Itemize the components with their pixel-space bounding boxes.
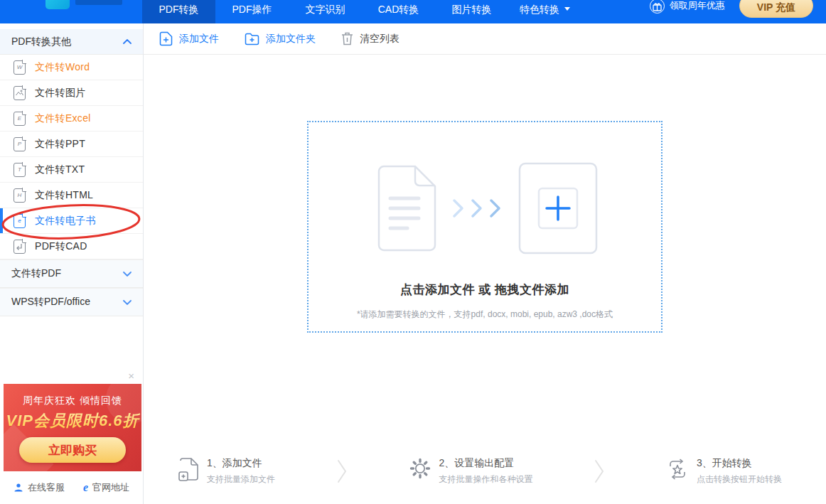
close-icon[interactable]: × <box>128 370 134 382</box>
tab-cad-convert[interactable]: CAD转换 <box>362 0 435 23</box>
sidebar-item-ppt[interactable]: P 文件转PPT <box>0 132 143 157</box>
step-add-file: 1、添加文件 支持批量添加文件 <box>178 457 275 486</box>
sidebar-item-word[interactable]: W 文件转Word <box>0 55 143 80</box>
doc-ebook-icon: e <box>14 214 26 228</box>
file-plus-icon <box>178 457 199 481</box>
toolbar: 添加文件 添加文件夹 清空列表 <box>144 23 826 55</box>
vip-promo-banner[interactable]: 周年庆狂欢 倾情回馈 VIP会员限时6.6折 立即购买 <box>4 384 141 471</box>
sidebar-item-html[interactable]: H 文件转HTML <box>0 183 143 208</box>
tab-pdf-operate[interactable]: PDF操作 <box>215 0 289 23</box>
app-window: PDF转换 PDF操作 文字识别 CAD转换 图片转换 特色转换 领取周年优惠 … <box>0 0 826 504</box>
dropzone-hint: *请添加需要转换的文件，支持pdf, docx, mobi, epub, azw… <box>357 309 613 321</box>
promo-line2: VIP会员限时6.6折 <box>4 410 141 431</box>
add-file-card-icon <box>518 162 598 254</box>
chevron-right-icon <box>336 459 348 484</box>
sidebar-item-txt[interactable]: T 文件转TXT <box>0 157 143 183</box>
trash-icon <box>341 32 353 45</box>
main-content: 添加文件 添加文件夹 清空列表 <box>144 23 826 504</box>
chevron-down-icon <box>123 272 132 277</box>
clear-list-button[interactable]: 清空列表 <box>341 32 399 45</box>
navbar-right: 领取周年优惠 VIP 充值 <box>650 0 813 18</box>
tab-special-convert[interactable]: 特色转换 <box>508 0 581 23</box>
section-label: PDF转换其他 <box>11 36 71 48</box>
step-convert: 3、开始转换 点击转换按钮开始转换 <box>666 457 782 486</box>
doc-e-icon: E <box>14 112 26 126</box>
doc-p-icon: P <box>14 137 26 151</box>
doc-t-icon: T <box>14 163 26 177</box>
claim-offer-label: 领取周年优惠 <box>670 0 725 12</box>
image-icon <box>14 86 26 100</box>
sidebar-section-pdf-other[interactable]: PDF转换其他 <box>0 29 143 55</box>
doc-h-icon: H <box>14 188 26 203</box>
section-label: WPS转PDF/office <box>11 296 90 309</box>
chevron-right-icon <box>594 459 605 484</box>
app-logo-icon <box>45 0 70 9</box>
add-folder-icon <box>245 33 259 45</box>
chevrons-right-icon <box>451 198 507 218</box>
website-link[interactable]: e 官网地址 <box>83 481 129 494</box>
dropzone-illustration <box>372 162 598 254</box>
chevron-up-icon <box>123 39 132 44</box>
vip-recharge-button[interactable]: VIP 充值 <box>739 0 813 18</box>
tab-ocr[interactable]: 文字识别 <box>289 0 362 23</box>
sidebar-section-to-pdf[interactable]: 文件转PDF <box>0 259 143 288</box>
steps-bar: 1、添加文件 支持批量添加文件 <box>178 457 782 486</box>
add-file-icon <box>159 31 173 46</box>
sidebar-item-ebook[interactable]: e 文件转电子书 <box>0 208 143 234</box>
browser-e-icon: e <box>83 483 88 493</box>
file-dropzone[interactable]: 点击添加文件 或 拖拽文件添加 *请添加需要转换的文件，支持pdf, docx,… <box>307 121 663 333</box>
sidebar-item-cad[interactable]: PDF转CAD <box>0 234 143 259</box>
add-folder-button[interactable]: 添加文件夹 <box>245 33 316 45</box>
chevron-down-icon <box>123 300 132 305</box>
sidebar-item-image[interactable]: 文件转图片 <box>0 80 143 106</box>
tab-pdf-convert[interactable]: PDF转换 <box>142 0 215 23</box>
sidebar: PDF转换其他 W 文件转Word 文件转图片 <box>0 23 144 504</box>
claim-offer-link[interactable]: 领取周年优惠 <box>650 0 725 16</box>
sidebar-item-excel[interactable]: E 文件转Excel <box>0 106 143 132</box>
tab-image-convert[interactable]: 图片转换 <box>435 0 508 23</box>
star-convert-icon <box>666 457 689 481</box>
app-logo-text <box>75 0 122 5</box>
section-label: 文件转PDF <box>11 267 61 280</box>
online-support-link[interactable]: 在线客服 <box>14 481 65 494</box>
step-configure: 2、设置输出配置 支持批量操作和各种设置 <box>409 457 533 486</box>
document-icon <box>372 165 440 252</box>
doc-w-icon: W <box>14 60 26 75</box>
step-separator <box>275 459 409 484</box>
top-navbar: PDF转换 PDF操作 文字识别 CAD转换 图片转换 特色转换 领取周年优惠 … <box>0 0 826 23</box>
dropzone-title: 点击添加文件 或 拖拽文件添加 <box>400 282 569 298</box>
sidebar-footer: 在线客服 e 官网地址 <box>0 471 143 504</box>
main-tabs: PDF转换 PDF操作 文字识别 CAD转换 图片转换 特色转换 <box>142 0 581 23</box>
step-separator <box>533 459 667 484</box>
buy-now-button[interactable]: 立即购买 <box>19 437 126 463</box>
chevron-down-icon <box>564 7 570 14</box>
gift-icon <box>650 0 665 14</box>
sidebar-menu: W 文件转Word 文件转图片 E 文件转Excel P <box>0 55 143 259</box>
promo-line1: 周年庆狂欢 倾情回馈 <box>4 395 141 407</box>
sidebar-section-wps[interactable]: WPS转PDF/office <box>0 288 143 316</box>
gear-icon <box>409 457 431 480</box>
person-icon <box>14 483 23 493</box>
doc-cad-icon <box>14 240 26 254</box>
add-file-button[interactable]: 添加文件 <box>159 31 219 46</box>
